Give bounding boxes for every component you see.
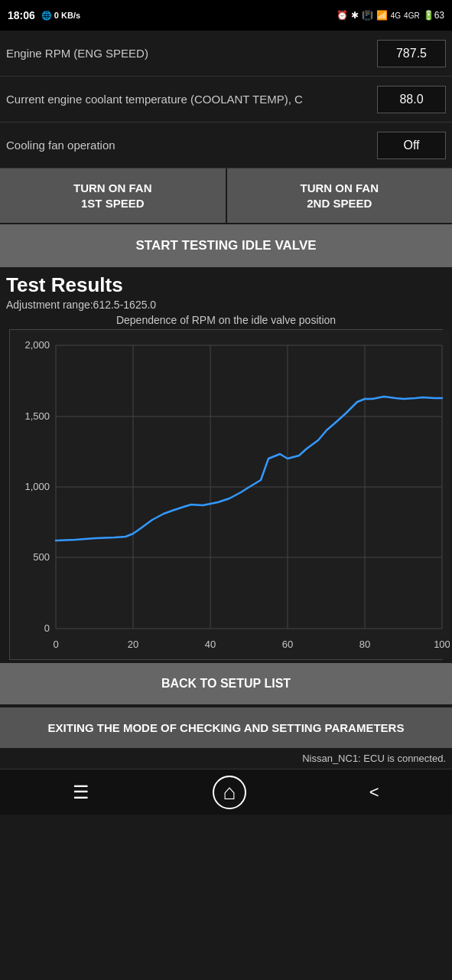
rpm-chart: 2,000 1,500 1,000 500 0 0 20 40 60 80 10… bbox=[9, 329, 443, 660]
svg-text:0: 0 bbox=[44, 622, 50, 634]
coolant-value: 88.0 bbox=[377, 86, 446, 113]
fan-buttons-row: TURN ON FAN1ST SPEED TURN ON FAN2ND SPEE… bbox=[0, 168, 452, 223]
coolant-row: Current engine coolant temperature (COOL… bbox=[0, 77, 452, 122]
back-to-setup-list-button[interactable]: BACK TO SETUP LIST bbox=[0, 663, 452, 704]
adjustment-range: Adjustment range:612.5-1625.0 bbox=[6, 299, 446, 311]
menu-icon[interactable]: ☰ bbox=[50, 774, 112, 811]
status-message: Nissan_NC1: ECU is connected. bbox=[0, 748, 452, 769]
coolant-label: Current engine coolant temperature (COOL… bbox=[6, 93, 377, 106]
rpm-label: Engine RPM (ENG SPEED) bbox=[6, 47, 377, 60]
chart-svg: 2,000 1,500 1,000 500 0 0 20 40 60 80 10… bbox=[10, 330, 450, 659]
fan-row: Cooling fan operation Off bbox=[0, 122, 452, 168]
rpm-row: Engine RPM (ENG SPEED) 787.5 bbox=[0, 31, 452, 77]
svg-text:60: 60 bbox=[282, 639, 293, 650]
svg-text:1,500: 1,500 bbox=[24, 410, 50, 422]
svg-text:40: 40 bbox=[205, 639, 216, 650]
svg-text:0: 0 bbox=[53, 639, 58, 650]
chart-title: Dependence of RPM on the idle valve posi… bbox=[6, 314, 446, 326]
svg-text:2,000: 2,000 bbox=[24, 339, 50, 351]
main-content: Engine RPM (ENG SPEED) 787.5 Current eng… bbox=[0, 31, 452, 769]
svg-text:100: 100 bbox=[434, 639, 450, 650]
status-icons: ⏰ ✱ 📳 📶 4G 4GR 🔋63 bbox=[337, 10, 444, 21]
turn-on-fan-2nd-button[interactable]: TURN ON FAN2ND SPEED bbox=[227, 168, 453, 223]
svg-text:500: 500 bbox=[33, 551, 50, 563]
start-testing-idle-valve-button[interactable]: START TESTING IDLE VALVE bbox=[0, 224, 452, 267]
test-results-section: Test Results Adjustment range:612.5-1625… bbox=[0, 267, 452, 660]
svg-rect-0 bbox=[10, 330, 450, 659]
svg-text:20: 20 bbox=[128, 639, 138, 650]
status-bar: 18:06 🌐 0 KB/s ⏰ ✱ 📳 📶 4G 4GR 🔋63 bbox=[0, 0, 452, 31]
test-results-title: Test Results bbox=[6, 273, 446, 297]
exit-mode-button[interactable]: EXITING THE MODE OF CHECKING AND SETTING… bbox=[0, 707, 452, 748]
svg-text:1,000: 1,000 bbox=[24, 481, 50, 492]
svg-text:80: 80 bbox=[359, 639, 370, 650]
turn-on-fan-1st-button[interactable]: TURN ON FAN1ST SPEED bbox=[0, 168, 227, 223]
fan-value: Off bbox=[377, 132, 446, 159]
navigation-bar: ☰ ⌂ < bbox=[0, 769, 452, 815]
fan-label: Cooling fan operation bbox=[6, 139, 377, 152]
status-time: 18:06 🌐 0 KB/s bbox=[8, 9, 80, 21]
back-icon[interactable]: < bbox=[346, 775, 402, 810]
home-icon[interactable]: ⌂ bbox=[213, 776, 246, 809]
rpm-value: 787.5 bbox=[377, 40, 446, 67]
